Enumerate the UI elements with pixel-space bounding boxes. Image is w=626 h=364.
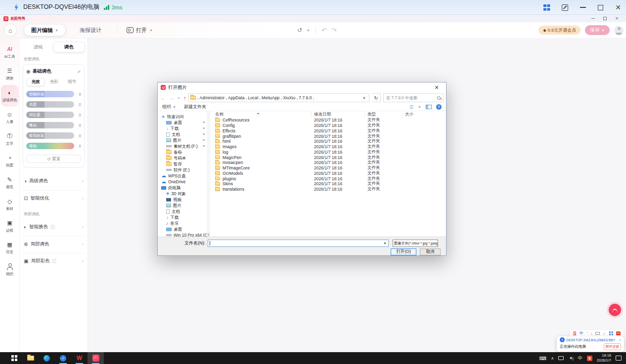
maximize-button[interactable] [598,5,603,10]
tree-item[interactable]: 图片 [158,202,207,208]
sidebar-item[interactable]: 素材 [1,194,19,215]
tab-filter[interactable]: 滤镜 [23,42,53,52]
slider[interactable]: 亮度 [26,101,74,108]
check-icon[interactable]: ✓ [603,331,606,336]
file-row[interactable]: Config 2026/1/7 18:16 文件夹 [210,123,446,128]
sidebar-item[interactable]: 我的 [1,259,19,281]
tree-item[interactable]: 桌面 ✦ [158,120,207,125]
row-smart-optimize[interactable]: ⊡ 智能优化 › [23,190,85,205]
slider[interactable]: 暗部改善 [26,132,74,139]
touch-keyboard-icon[interactable]: ⌨ [539,356,546,361]
undo-icon[interactable]: ↶ [321,27,327,34]
row-smart-recolor[interactable]: ◐ 智能换色 › [23,219,85,235]
start-button[interactable] [6,352,22,364]
column-header-size[interactable]: 大小 [402,111,446,118]
punctuation-icon[interactable]: ’ [586,331,587,336]
app-close-button[interactable]: ✕ [615,16,619,21]
tree-item[interactable]: WPS云盘 [158,173,207,179]
check-icon[interactable]: ✓ [77,69,81,74]
sidebar-item[interactable]: 文字 [1,128,19,150]
breadcrumb-item[interactable]: Administrator [198,95,225,100]
slider[interactable]: 褪色 [26,143,74,149]
tree-item[interactable]: 快速访问 [158,114,207,120]
info-icon[interactable] [50,225,55,229]
tree-item[interactable]: 暂存 [158,161,207,167]
app-restore-button[interactable] [603,17,607,20]
up-icon[interactable]: ↑ [183,95,186,101]
download-icon[interactable]: ↓ [590,331,592,336]
open-image-button[interactable]: 打开 ▼ [127,27,153,34]
file-row[interactable]: MTImageCore 2026/1/7 18:16 文件夹 [210,165,446,171]
tree-item[interactable]: 备份 [158,149,207,155]
sidebar-item[interactable]: 边框 [1,215,19,237]
expand-icon[interactable]: » [619,338,621,342]
sidebar-item[interactable]: AI工具 [1,41,19,63]
tree-scrollbar[interactable]: ▼ [207,111,210,237]
file-row[interactable]: plugins 2026/1/7 18:16 文件夹 [210,176,446,181]
breadcrumb-item[interactable]: Local [247,95,260,100]
network-icon[interactable] [558,356,564,360]
list-view-icon[interactable]: ☰ [409,105,413,110]
sogou-tray-icon[interactable] [587,356,592,361]
back-icon[interactable]: ← [160,95,166,101]
file-row[interactable]: translations 2026/1/7 18:16 文件夹 [210,187,446,192]
remote-app-button[interactable] [55,352,71,364]
file-type-select[interactable]: 图像文件(*.mtxx *.jpg *.jpeg * ▼ [393,240,438,247]
slider[interactable]: 智能补光 [26,91,74,97]
edit-note-icon[interactable] [562,4,568,11]
row-local-color[interactable]: ⊕ 局部调色 › [23,236,85,251]
toolbox-icon[interactable] [616,331,621,335]
file-row[interactable]: log 2026/1/7 18:16 文件夹 [210,150,446,155]
breadcrumb-item[interactable]: AppData [227,95,245,100]
row-advanced-color[interactable]: ◑ 高级调色 › [23,173,85,189]
clock[interactable]: 18:16 2026/1/7 [597,353,611,363]
help-icon[interactable]: ? [436,104,442,110]
row-partial-color[interactable]: ▣ 局部彩色 › [23,253,85,268]
sidebar-item[interactable]: 抠图 [1,150,19,172]
tree-item[interactable]: 图片 ✦ [158,137,207,143]
tab-color[interactable]: 调色 [53,42,85,52]
chevron-down-icon[interactable]: ▼ [418,105,421,109]
keyboard-icon[interactable] [595,332,600,335]
avatar[interactable] [614,26,624,35]
sidebar-item[interactable]: 滤镜调色 [1,85,19,107]
ime-indicator[interactable]: 中 [578,355,582,362]
meitu-float-button[interactable] [609,304,621,316]
tab-image-edit[interactable]: 图片编辑 ▼ [24,24,66,36]
minimize-button[interactable] [580,7,586,8]
breadcrumb[interactable]: Administrator AppData Local MeituApp Xiu… [188,93,369,102]
app-minimize-button[interactable] [591,18,595,19]
tree-item[interactable]: 下载 [158,214,207,220]
tree-item[interactable]: 此电脑 [158,185,207,191]
column-header-date[interactable]: 修改日期 [312,111,365,118]
tree-item[interactable]: 软件 (E:) [158,167,207,173]
slider[interactable]: 对比度 [26,112,74,118]
home-button[interactable]: ⌂ [4,24,17,37]
volume-icon[interactable] [568,356,574,361]
file-explorer-button[interactable] [22,352,39,364]
filename-input[interactable]: ▼ [208,240,389,247]
sidebar-item[interactable]: 人像 [1,107,19,128]
breadcrumb-item[interactable]: XiuXiu [282,95,296,100]
tab-color-effect[interactable]: 色彩 [45,78,62,86]
tree-item[interactable]: Win 10 Pro x64 (C:) [158,232,207,237]
info-icon[interactable] [52,259,56,263]
tree-item[interactable]: 下载 ✦ [158,125,207,131]
column-header-name[interactable]: 名称 [210,111,312,118]
member-badge[interactable]: ◆ 0.9元开通会员 [538,26,581,35]
file-row[interactable]: Skins 2026/1/7 18:16 文件夹 [210,181,446,187]
file-row[interactable]: MagicPen 2026/1/7 18:16 文件夹 [210,155,446,160]
preview-pane-icon[interactable] [426,105,432,109]
sidebar-item[interactable]: 调整 [1,63,19,85]
tree-item[interactable]: 素材文档 (F:) ✦ [158,143,207,149]
close-button[interactable]: ✕ [615,4,621,11]
wps-button[interactable] [71,352,88,364]
tree-item[interactable]: 号码本 [158,155,207,161]
file-row[interactable]: OcrModels 2026/1/7 18:16 文件夹 [210,171,446,176]
slider[interactable]: 曝光 [26,122,74,128]
tree-item[interactable]: OneDrive [158,179,207,185]
tree-item[interactable]: 3D 对象 [158,191,207,197]
tab-poster-design[interactable]: 海报设计 [73,24,108,36]
sogou-logo-icon[interactable]: S [573,330,576,336]
redo-icon[interactable]: ↷ [331,27,337,34]
